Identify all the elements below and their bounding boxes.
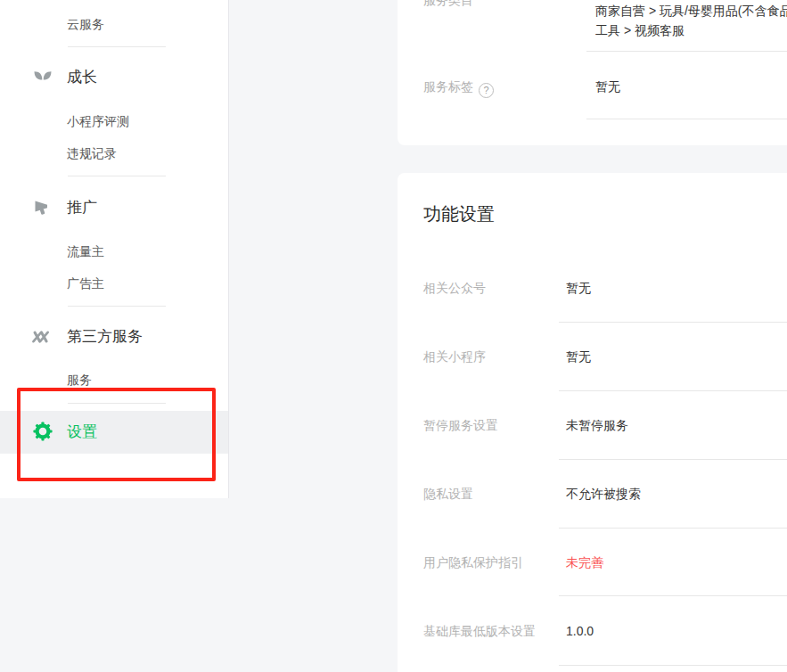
service-category-value-line2: 工具 > 视频客服 (595, 21, 685, 39)
row-divider (586, 119, 787, 119)
sidebar-section-promotion[interactable]: 推广 (67, 197, 97, 218)
related-official-account-value: 暂无 (566, 279, 591, 297)
help-question-icon[interactable]: ? (479, 83, 494, 98)
sidebar-item-traffic-master[interactable]: 流量主 (67, 242, 104, 260)
sidebar-item-advertiser[interactable]: 广告主 (67, 275, 104, 292)
sidebar-divider (68, 176, 166, 176)
service-info-card (398, 0, 787, 145)
gear-icon (33, 422, 53, 441)
sidebar-item-miniprogram-evaluation[interactable]: 小程序评测 (67, 112, 129, 130)
sprout-icon (32, 67, 53, 88)
service-tag-label: 服务标签 (423, 79, 473, 94)
sidebar-section-third-party[interactable]: 第三方服务 (67, 326, 143, 348)
row-divider (559, 528, 787, 529)
related-miniprogram-label: 相关小程序 (423, 348, 486, 365)
privacy-settings-value: 不允许被搜索 (566, 485, 641, 503)
privacy-settings-label: 隐私设置 (423, 485, 473, 503)
service-tag-value: 暂无 (595, 78, 620, 95)
row-divider (559, 595, 787, 596)
sidebar-divider (68, 403, 166, 404)
page: 云服务 成长 小程序评测 违规记录 推广 流量主 广告主 第三方服务 服务 (0, 0, 787, 672)
pause-service-value: 未暂停服务 (566, 416, 628, 434)
sidebar-item-service[interactable]: 服务 (67, 371, 92, 389)
min-base-library-label: 基础库最低版本设置 (423, 622, 536, 640)
sidebar-section-growth[interactable]: 成长 (67, 67, 97, 88)
function-settings-title: 功能设置 (423, 201, 495, 226)
user-privacy-guide-label: 用户隐私保护指引 (423, 553, 523, 571)
row-divider (586, 51, 787, 52)
megaphone-icon (32, 197, 53, 218)
row-divider (559, 459, 787, 460)
service-category-value-line1: 商家自营 > 玩具/母婴用品(不含食品 (595, 2, 787, 20)
sidebar-item-violation-records[interactable]: 违规记录 (67, 144, 117, 162)
sidebar-item-settings-label[interactable]: 设置 (67, 422, 97, 443)
min-base-library-value: 1.0.0 (566, 622, 594, 640)
sidebar-divider (68, 46, 166, 47)
third-party-service-icon (30, 326, 52, 348)
sidebar-item-cloud-service[interactable]: 云服务 (67, 15, 104, 33)
sidebar-divider (68, 306, 166, 307)
related-miniprogram-value: 暂无 (566, 348, 591, 365)
row-divider (559, 322, 787, 323)
related-official-account-label: 相关公众号 (423, 279, 486, 297)
user-privacy-guide-value: 未完善 (566, 553, 603, 571)
row-divider (559, 390, 787, 391)
service-tag-label-group: 服务标签? (423, 78, 494, 98)
row-divider (559, 665, 787, 666)
service-category-label: 服务类目 (423, 0, 473, 9)
pause-service-label: 暂停服务设置 (423, 416, 498, 434)
